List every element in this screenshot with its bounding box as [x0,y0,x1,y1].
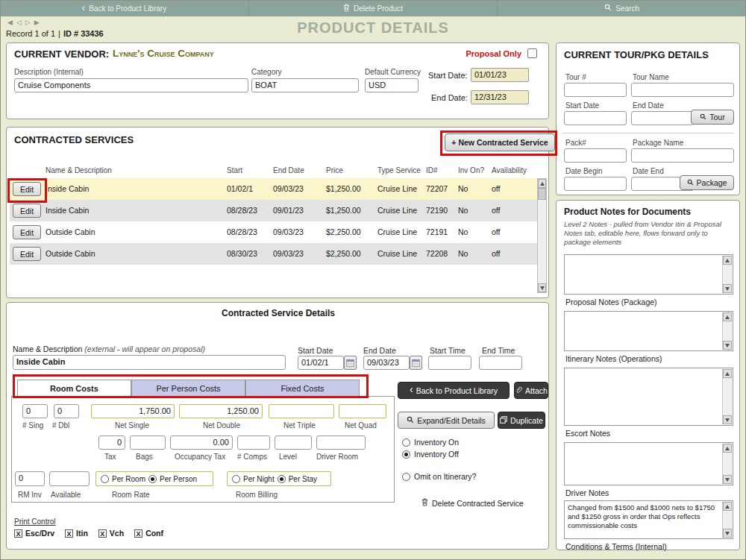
scroll-up-icon[interactable] [723,502,732,511]
description-internal-field[interactable]: Cruise Components [14,78,248,92]
per-room-radio[interactable] [101,475,109,483]
package-search-button[interactable]: Package [680,175,734,190]
scrollbar[interactable] [722,444,732,484]
current-tour-pkg-panel: CURRENT TOUR/PKG DETAILS Tour # Tour Nam… [556,43,740,195]
driver-notes-textarea[interactable] [564,442,733,485]
service-name-field[interactable]: Inside Cabin [13,355,286,370]
escort-notes-textarea[interactable] [564,368,733,426]
scroll-up-icon[interactable] [723,312,732,321]
print-conf-checkbox[interactable]: X Conf [134,529,163,538]
category-field[interactable]: BOAT [251,78,359,92]
itinerary-notes-textarea[interactable] [564,311,733,351]
scroll-up-icon[interactable] [723,256,732,265]
scrollbar[interactable] [722,312,732,350]
detail-end-date-field[interactable]: 09/03/23 [363,356,410,370]
toolbar-search-button[interactable]: Search [498,0,746,16]
tab-room-costs[interactable]: Room Costs [17,380,131,397]
scrollbar-track[interactable] [723,453,732,475]
occupancy-tax-field[interactable]: 0.00 [170,435,233,450]
per-person-radio[interactable] [148,475,157,483]
bags-field[interactable] [130,435,166,450]
attach-button[interactable]: Attach [514,382,548,399]
current-vendor-panel: CURRENT VENDOR: Lynne's Cruise Company P… [6,43,549,119]
scrollbar-track[interactable] [723,511,732,529]
edit-button[interactable]: Edit [13,225,41,239]
new-contracted-service-button[interactable]: + New Contracted Service [445,133,555,151]
net-triple-field[interactable] [269,404,334,418]
print-itin-checkbox[interactable]: X Itin [65,529,88,538]
num-singles-field[interactable]: 0 [22,404,48,418]
inventory-on-radio[interactable]: Inventory On [402,438,459,447]
scrollbar[interactable] [722,256,732,293]
tour-end-date-field[interactable] [631,111,694,125]
scroll-down-icon[interactable] [538,283,546,292]
comps-field[interactable] [237,435,270,450]
num-doubles-field[interactable]: 0 [54,404,79,418]
scroll-down-icon[interactable] [723,529,732,538]
scroll-down-icon[interactable] [723,475,732,484]
vendor-name[interactable]: Lynne's Cruise Company [113,48,214,59]
scroll-down-icon[interactable] [723,284,732,293]
driver-room-field[interactable] [316,435,366,450]
services-scrollbar[interactable] [537,178,547,293]
toolbar-back-button[interactable]: ‹ Back to Product Library [0,0,249,16]
pack-num-field[interactable] [564,148,627,163]
edit-button[interactable]: Edit [13,247,41,261]
edit-button[interactable]: Edit [13,182,41,196]
delete-contracted-service-button[interactable]: Delete Contracted Service [421,498,524,508]
conditions-terms-textarea[interactable]: Changed from $1500 and $1000 nets to $17… [564,500,733,539]
start-date-calendar-button[interactable] [344,356,357,370]
available-field[interactable] [49,471,90,486]
date-begin-field[interactable] [564,177,627,191]
scroll-up-icon[interactable] [723,444,732,453]
level-field[interactable] [275,435,312,450]
tab-fixed-costs[interactable]: Fixed Costs [245,380,360,397]
scroll-down-icon[interactable] [723,341,732,350]
start-time-field[interactable] [428,356,471,370]
scrollbar-track[interactable] [723,378,732,415]
tax-field[interactable]: 0 [98,435,125,450]
net-single-field[interactable]: 1,750.00 [91,404,175,418]
per-stay-radio[interactable] [278,475,286,483]
table-row[interactable]: Edit Outside Cabin 08/28/23 09/03/23 $2,… [10,221,537,243]
print-vch-checkbox[interactable]: X Vch [98,529,124,538]
table-row[interactable]: Edit Outside Cabin 08/30/23 09/03/23 $2,… [10,243,537,265]
scrollbar-track[interactable] [723,265,732,284]
end-time-field[interactable] [479,356,522,370]
tour-name-field[interactable] [631,83,734,97]
scrollbar-track[interactable] [723,321,732,341]
proposal-notes-textarea[interactable] [564,254,733,295]
scrollbar-track[interactable] [538,200,546,283]
end-date-field[interactable]: 12/31/23 [471,90,529,104]
table-row[interactable]: Edit Inside Cabin 08/28/23 09/01/23 $1,2… [10,200,537,221]
currency-field[interactable]: USD [365,78,419,92]
tour-num-field[interactable] [564,83,627,97]
end-date-calendar-button[interactable] [410,356,422,370]
scrollbar[interactable] [722,502,732,538]
tab-per-person-costs[interactable]: Per Person Costs [131,380,245,397]
net-double-field[interactable]: 1,250.00 [179,404,263,418]
edit-button[interactable]: Edit [13,204,41,218]
duplicate-button[interactable]: Duplicate [498,412,545,429]
tour-search-button[interactable]: Tour [691,110,734,125]
proposal-only-checkbox[interactable] [527,48,537,58]
package-name-field[interactable] [631,148,734,163]
detail-start-date-field[interactable]: 01/02/1 [298,356,344,370]
scroll-up-icon[interactable] [723,369,732,378]
inventory-off-radio[interactable]: Inventory Off [402,450,459,459]
rm-inv-field[interactable]: 0 [15,471,45,486]
tour-start-date-field[interactable] [564,111,627,125]
toolbar-delete-product-button[interactable]: Delete Product [249,0,498,16]
table-row[interactable]: Edit Inside Cabin 01/02/1 09/03/23 $1,25… [10,178,537,200]
scroll-down-icon[interactable] [723,415,732,424]
per-night-radio[interactable] [232,475,240,483]
expand-edit-details-button[interactable]: Expand/Edit Details [398,412,495,429]
net-quad-field[interactable] [339,404,386,418]
print-esc-drv-checkbox[interactable]: X Esc/Drv [14,529,54,538]
scrollbar[interactable] [722,369,732,424]
start-date-field[interactable]: 01/01/23 [471,68,529,82]
scroll-up-icon[interactable] [538,179,546,188]
back-to-product-library-button[interactable]: ‹ Back to Product Library [398,382,510,399]
scrollbar-thumb[interactable] [538,188,546,200]
omit-on-itinerary-radio[interactable]: Omit on Itinerary? [402,472,476,481]
